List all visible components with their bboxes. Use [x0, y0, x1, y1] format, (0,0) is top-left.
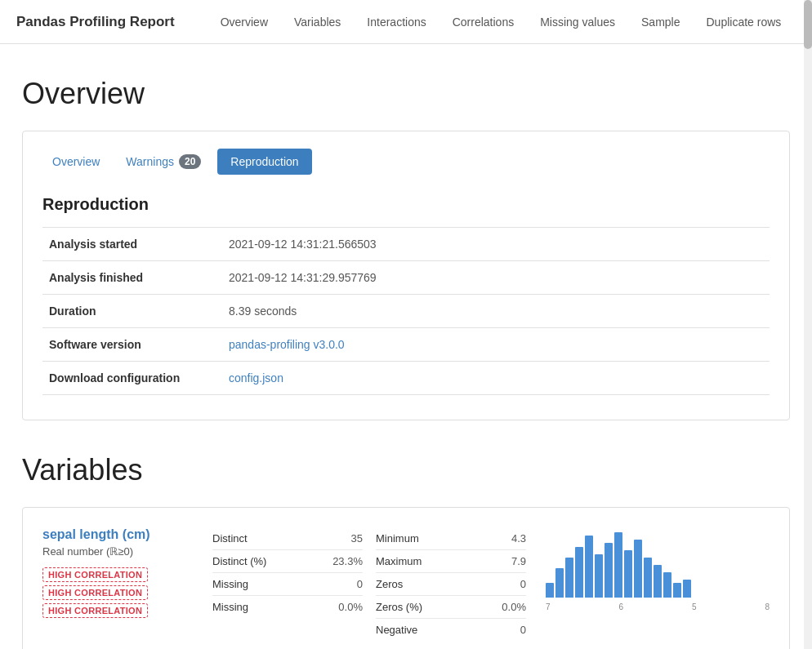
histogram-col: 7 6 5 8 [533, 527, 770, 641]
histogram-bar [575, 547, 583, 598]
reproduction-table: Analysis started 2021-09-12 14:31:21.566… [42, 227, 770, 395]
row-value: 2021-09-12 14:31:29.957769 [222, 261, 770, 295]
variable-row: sepal length (cm) Real number (ℝ≥0) HIGH… [42, 527, 770, 641]
nav-overview[interactable]: Overview [207, 1, 281, 43]
tab-warnings[interactable]: Warnings 20 [116, 148, 211, 176]
stat-zeros-pct: Zeros (%) 0.0% [376, 596, 526, 619]
warnings-badge: 20 [179, 154, 201, 169]
stat-zeros: Zeros 0 [376, 573, 526, 596]
histogram-bar [624, 550, 632, 598]
nav-missing-values[interactable]: Missing values [527, 1, 628, 43]
table-row: Download configuration config.json [42, 362, 770, 395]
nav-variables[interactable]: Variables [281, 1, 354, 43]
stat-missing: Missing 0 [212, 573, 363, 596]
row-value: config.json [222, 362, 770, 395]
navbar: Pandas Profiling Report Overview Variabl… [0, 0, 812, 44]
software-version-link[interactable]: pandas-profiling v3.0.0 [229, 338, 345, 351]
histogram-bar [614, 532, 622, 598]
row-label: Duration [42, 295, 222, 328]
brand: Pandas Profiling Report [16, 14, 175, 30]
stat-maximum: Maximum 7.9 [376, 550, 526, 573]
overview-card: Overview Warnings 20 Reproduction Reprod… [22, 131, 790, 420]
histogram-bar [673, 583, 681, 598]
histogram-bar [585, 536, 593, 598]
tab-overview[interactable]: Overview [42, 149, 109, 175]
histogram-bar [605, 543, 613, 598]
config-download-link[interactable]: config.json [229, 371, 283, 385]
row-label: Download configuration [42, 362, 222, 395]
stat-negative: Negative 0 [376, 619, 526, 641]
scrollbar[interactable] [804, 0, 812, 649]
stat-distinct: Distinct 35 [212, 527, 363, 550]
row-value: pandas-profiling v3.0.0 [222, 328, 770, 362]
histogram-bar [555, 568, 564, 598]
variable-name-link[interactable]: sepal length (cm) [42, 527, 206, 542]
row-label: Analysis started [42, 228, 222, 261]
reproduction-heading: Reproduction [42, 195, 770, 214]
high-correlation-badge[interactable]: HIGH CORRELATION [42, 585, 148, 600]
histogram-bar [663, 572, 671, 598]
histogram-bar [683, 580, 691, 598]
histogram-bar [546, 583, 554, 598]
histogram-bar [595, 554, 603, 598]
overview-section: Overview Overview Warnings 20 Reproducti… [22, 77, 790, 420]
stats-left-col: Distinct 35 Distinct (%) 23.3% Missing 0… [206, 527, 369, 641]
histogram-bar [644, 558, 652, 598]
row-value: 8.39 seconds [222, 295, 770, 328]
row-label: Software version [42, 328, 222, 362]
stat-minimum: Minimum 4.3 [376, 527, 526, 550]
high-correlation-badge[interactable]: HIGH CORRELATION [42, 567, 148, 582]
nav-sample[interactable]: Sample [628, 1, 693, 43]
stats-right-col: Minimum 4.3 Maximum 7.9 Zeros 0 Zeros (%… [369, 527, 533, 641]
main-content: Overview Overview Warnings 20 Reproducti… [6, 44, 806, 649]
table-row: Software version pandas-profiling v3.0.0 [42, 328, 770, 362]
var-info-col: sepal length (cm) Real number (ℝ≥0) HIGH… [42, 527, 206, 641]
histogram-bar [654, 565, 662, 598]
nav-links: Overview Variables Interactions Correlat… [207, 1, 796, 43]
variables-card: sepal length (cm) Real number (ℝ≥0) HIGH… [22, 507, 790, 649]
variables-section: Variables sepal length (cm) Real number … [22, 453, 790, 649]
overview-title: Overview [22, 77, 790, 111]
row-label: Analysis finished [42, 261, 222, 295]
histogram-bar [565, 558, 573, 598]
table-row: Duration 8.39 seconds [42, 295, 770, 328]
variable-type: Real number (ℝ≥0) [42, 545, 206, 558]
histogram [546, 527, 770, 601]
stat-distinct-pct: Distinct (%) 23.3% [212, 550, 363, 573]
nav-duplicate-rows[interactable]: Duplicate rows [693, 1, 794, 43]
row-value: 2021-09-12 14:31:21.566503 [222, 228, 770, 261]
table-row: Analysis finished 2021-09-12 14:31:29.95… [42, 261, 770, 295]
nav-correlations[interactable]: Correlations [439, 1, 527, 43]
histogram-bar [634, 540, 642, 598]
overview-tabs: Overview Warnings 20 Reproduction [42, 148, 770, 176]
high-correlation-badge[interactable]: HIGH CORRELATION [42, 603, 148, 618]
histogram-axis: 7 6 5 8 [546, 602, 770, 611]
scrollbar-thumb[interactable] [804, 0, 812, 49]
variables-title: Variables [22, 453, 790, 487]
tab-reproduction[interactable]: Reproduction [217, 149, 311, 175]
table-row: Analysis started 2021-09-12 14:31:21.566… [42, 228, 770, 261]
stat-missing-pct: Missing 0.0% [212, 596, 363, 618]
nav-interactions[interactable]: Interactions [354, 1, 439, 43]
variable-badges: HIGH CORRELATION HIGH CORRELATION HIGH C… [42, 567, 206, 621]
